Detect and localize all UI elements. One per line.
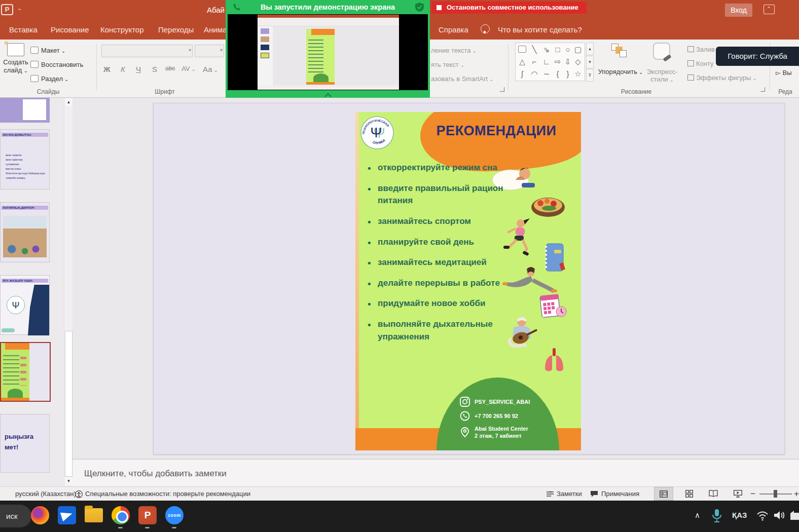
change-case-button[interactable]: Аа	[203, 65, 218, 73]
arrange-button[interactable]: Упорядочить	[596, 68, 645, 75]
chrome-icon[interactable]	[112, 506, 130, 524]
font-size-combobox[interactable]: ▾	[195, 45, 224, 57]
quick-styles-icon	[653, 43, 670, 60]
shape-outline-button[interactable]: Конту	[687, 60, 714, 67]
select-button[interactable]: ▻ Вы	[776, 69, 792, 77]
section-button[interactable]: Раздел	[30, 74, 68, 83]
gallery-scroll-up-icon[interactable]: ▲	[586, 43, 594, 55]
scroll-up-icon[interactable]: ▲	[65, 98, 72, 106]
text-dialog-launcher-icon[interactable]	[500, 87, 504, 92]
accessibility-status[interactable]: Специальные возможности: проверьте реком…	[85, 490, 250, 498]
zoom-slider-handle[interactable]	[774, 490, 777, 498]
freeform-shape-icon[interactable]: ◇	[572, 57, 584, 66]
layout-button[interactable]: Макет	[30, 46, 65, 55]
arrow-shape-icon[interactable]: ⇘	[541, 45, 552, 54]
reading-view-button[interactable]	[704, 487, 723, 501]
gallery-scroll-down-icon[interactable]: ▼	[586, 56, 594, 68]
triangle-shape-icon[interactable]: △	[517, 57, 528, 66]
down-arrow-shape-icon[interactable]: ⇩	[562, 57, 573, 66]
ribbon-display-options-icon[interactable]	[764, 5, 775, 14]
left-brace-shape-icon[interactable]: {	[552, 69, 563, 78]
tab-insert[interactable]: Вставка	[9, 24, 38, 40]
file-explorer-icon[interactable]	[85, 508, 103, 522]
scrollbar-thumb[interactable]	[65, 331, 72, 477]
rounded-rectangle-shape-icon[interactable]: ▢	[572, 45, 584, 54]
character-spacing-button[interactable]: AV	[181, 65, 196, 72]
align-text-button[interactable]: ять текст	[431, 61, 464, 68]
sign-in-button[interactable]: Вход	[725, 4, 752, 17]
new-slide-button[interactable]: Создать слайд	[1, 42, 30, 86]
textbox-shape-icon[interactable]	[518, 46, 526, 53]
notes-placeholder[interactable]: Щелкните, чтобы добавить заметки	[84, 469, 227, 479]
font-name-combobox[interactable]: ▾	[101, 45, 193, 57]
shapes-gallery[interactable]: ╲ ⇘ □ ○ ▢ △ ⌐ ∟ ⇨ ⇩ ◇ ʃ ◠ ∼ { } ☆	[515, 43, 585, 81]
text-shadow-button[interactable]: S	[152, 65, 157, 73]
scribble-shape-icon[interactable]: ʃ	[517, 69, 528, 78]
powerpoint-app-icon: P	[1, 4, 13, 15]
strikethrough-button[interactable]: abc	[165, 65, 175, 72]
powerpoint-taskbar-icon[interactable]: P	[138, 506, 157, 524]
oval-shape-icon[interactable]: ○	[562, 45, 573, 54]
elbow-arrow-connector-icon[interactable]: ∟	[541, 57, 552, 66]
normal-view-button[interactable]	[654, 487, 673, 501]
right-brace-shape-icon[interactable]: }	[562, 69, 573, 78]
firefox-icon[interactable]	[31, 506, 49, 524]
tray-expand-icon[interactable]: ∧	[695, 511, 700, 520]
microphone-icon[interactable]	[712, 509, 722, 523]
zoom-in-button[interactable]: +	[794, 489, 799, 499]
thumbnail-slide6[interactable]: рыңызға мет!	[0, 414, 50, 473]
thumbnail-slide4[interactable]: ЛҒА ЖАЗЫЛУ ҮШІН: Ψ	[0, 275, 50, 335]
quick-styles-button[interactable]: Экспресс-стили	[643, 68, 681, 83]
thumbnail-slide2[interactable]: ЗІН-ӨЗІ ДАМЫТУЫ жеке терапия жеке практи…	[0, 129, 50, 189]
thumb2-item: жеке терапия	[6, 153, 45, 158]
notes-toggle[interactable]: Заметки	[557, 490, 582, 498]
line-shape-icon[interactable]: ╲	[529, 45, 540, 54]
curve-shape-icon[interactable]: ∼	[541, 69, 552, 79]
bold-button[interactable]: Ж	[103, 65, 111, 73]
drawing-dialog-launcher-icon[interactable]	[760, 87, 765, 92]
text-direction-button[interactable]: ление текста	[431, 47, 477, 54]
elbow-connector-icon[interactable]: ⌐	[529, 57, 540, 66]
tab-draw[interactable]: Рисование	[51, 24, 89, 40]
right-arrow-shape-icon[interactable]: ⇨	[552, 57, 563, 66]
thumbnail-scrollbar[interactable]: ▲ ▼	[64, 98, 72, 486]
tab-transitions[interactable]: Переходы	[158, 24, 194, 40]
underline-button[interactable]: Ч	[136, 65, 141, 73]
search-box[interactable]: иск	[0, 505, 31, 527]
zoom-app-icon[interactable]: zoom	[165, 506, 184, 524]
notes-pane[interactable]: Щелкните, чтобы добавить заметки	[72, 460, 799, 486]
arc-shape-icon[interactable]: ◠	[529, 69, 540, 79]
language-status[interactable]: русский (Казахстан)	[15, 490, 76, 498]
slide-sorter-view-button[interactable]	[679, 487, 699, 501]
share-panel-collapse[interactable]	[226, 90, 430, 98]
lightbulb-icon	[481, 24, 490, 33]
tab-help[interactable]: Справка	[439, 24, 468, 40]
gallery-more-icon[interactable]: ⊽	[586, 69, 594, 82]
thumbnail-slide3[interactable]: ЛОГИЯЛЫҚ ДӘПТЕРІ	[0, 202, 50, 262]
star-shape-icon[interactable]: ☆	[572, 69, 584, 79]
quick-access-toolbar-caret-icon[interactable]: ⌄	[17, 5, 22, 12]
shape-fill-button[interactable]: Залив	[687, 46, 715, 53]
thumbnail-slide5-selected[interactable]	[0, 342, 51, 402]
speaker-icon[interactable]	[774, 510, 785, 520]
tab-design[interactable]: Конструктор	[100, 24, 144, 40]
slideshow-view-button[interactable]	[728, 487, 747, 501]
italic-button[interactable]: К	[121, 65, 125, 73]
thumbnail-slide1[interactable]	[0, 97, 50, 123]
shape-effects-button[interactable]: Эффекты фигуры	[687, 74, 757, 82]
tell-me-box[interactable]: Что вы хотите сделать?	[498, 24, 582, 40]
tab-animations[interactable]: Анима	[204, 24, 227, 40]
recommendations-poster[interactable]: РЕКОМЕНДАЦИИ ПСИХОЛОГИЧЕСКАЯ СЛУЖБА Ψ Ψ …	[355, 112, 581, 450]
current-slide[interactable]: РЕКОМЕНДАЦИИ ПСИХОЛОГИЧЕСКАЯ СЛУЖБА Ψ Ψ …	[153, 103, 785, 454]
touch-keyboard-icon[interactable]	[790, 510, 799, 520]
scroll-down-icon[interactable]: ▼	[65, 477, 72, 485]
convert-smartart-button[interactable]: азовать в SmartArt	[431, 75, 493, 83]
rectangle-shape-icon[interactable]: □	[552, 45, 563, 54]
reset-button[interactable]: Восстановить	[30, 60, 83, 69]
stop-sharing-button[interactable]: Остановить совместное использование	[431, 2, 587, 14]
wifi-icon[interactable]	[756, 511, 769, 521]
scanner-app-icon[interactable]	[58, 506, 76, 524]
zoom-out-button[interactable]: −	[750, 489, 755, 499]
comments-toggle[interactable]: Примечания	[601, 490, 639, 498]
language-indicator[interactable]: ҚАЗ	[732, 511, 747, 519]
